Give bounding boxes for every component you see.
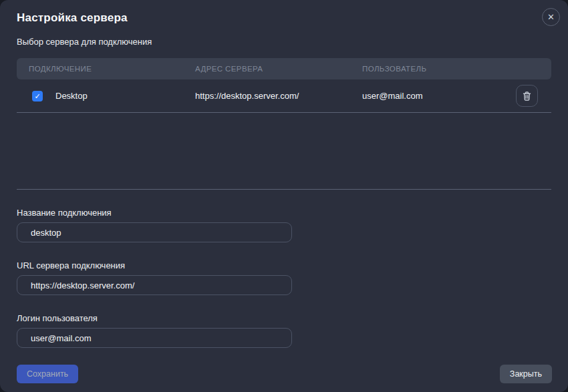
connection-name: Desktop bbox=[55, 91, 88, 101]
field-connection-name: Название подключения bbox=[17, 208, 551, 242]
connection-cell: ✓ Desktop bbox=[29, 91, 195, 102]
connection-name-label: Название подключения bbox=[17, 208, 551, 218]
dialog-header: Настройка сервера ✕ bbox=[17, 10, 551, 25]
column-header-connection: ПОДКЛЮЧЕНИЕ bbox=[29, 65, 195, 73]
table-empty-space bbox=[17, 113, 551, 189]
connection-name-input[interactable] bbox=[17, 222, 292, 242]
close-dialog-button[interactable]: ✕ bbox=[542, 8, 560, 26]
table-row: ✓ Desktop https://desktop.server.com/ us… bbox=[17, 79, 551, 113]
section-divider bbox=[17, 189, 551, 190]
field-user-login: Логин пользователя bbox=[17, 313, 551, 348]
user-login-label: Логин пользователя bbox=[17, 313, 551, 323]
trash-icon bbox=[522, 91, 532, 102]
server-settings-dialog: Настройка сервера ✕ Выбор сервера для по… bbox=[0, 0, 568, 392]
field-server-url: URL сервера подключения bbox=[17, 260, 551, 295]
close-button[interactable]: Закрыть bbox=[500, 365, 552, 383]
column-header-server-address: АДРЕС СЕРВЕРА bbox=[195, 65, 362, 73]
dialog-footer: Сохранить Закрыть bbox=[17, 365, 552, 383]
close-icon: ✕ bbox=[547, 12, 555, 22]
dialog-title: Настройка сервера bbox=[17, 11, 128, 25]
user-login-input[interactable] bbox=[17, 328, 292, 348]
dialog-subtitle: Выбор сервера для подключения bbox=[17, 37, 551, 47]
server-url-label: URL сервера подключения bbox=[17, 260, 551, 270]
server-table-header: ПОДКЛЮЧЕНИЕ АДРЕС СЕРВЕРА ПОЛЬЗОВАТЕЛЬ bbox=[17, 58, 551, 79]
user-cell: user@mail.com bbox=[362, 91, 516, 101]
server-url-input[interactable] bbox=[17, 275, 292, 295]
save-button[interactable]: Сохранить bbox=[17, 365, 78, 383]
server-address-cell: https://desktop.server.com/ bbox=[195, 91, 362, 101]
delete-connection-button[interactable] bbox=[516, 85, 538, 107]
connection-checkbox[interactable]: ✓ bbox=[32, 91, 43, 102]
column-header-user: ПОЛЬЗОВАТЕЛЬ bbox=[362, 65, 516, 73]
